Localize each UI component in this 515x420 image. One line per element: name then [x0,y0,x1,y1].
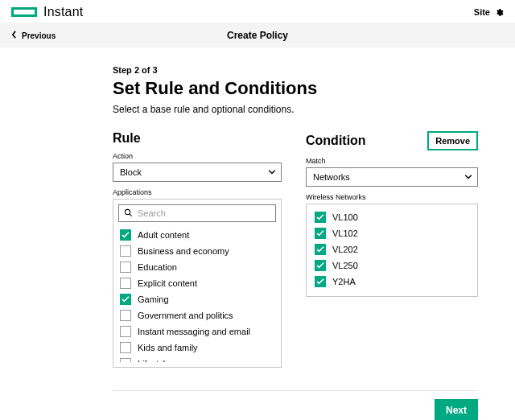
checkbox[interactable] [120,342,131,353]
application-item[interactable]: Government and politics [118,307,278,323]
application-item[interactable]: Lifestyle [118,356,278,362]
networks-checklist: VL100VL102VL202VL250Y2HA [313,209,471,290]
rule-column: Rule Action Block Applications Adult con… [113,131,282,368]
page-title: Create Policy [227,30,288,41]
applications-listbox: Adult contentBusiness and economyEducati… [113,199,282,368]
applications-search[interactable] [118,204,276,222]
brand-left: Instant [11,5,86,19]
chevron-left-icon [11,31,17,40]
networks-label: Wireless Networks [306,193,478,201]
condition-header: Condition Remove [306,131,478,150]
content: Step 2 of 3 Set Rule and Conditions Sele… [0,47,515,376]
applications-label: Applications [113,188,282,196]
application-label: Instant messaging and email [138,327,250,336]
action-value: Block [120,167,142,177]
match-select[interactable]: Networks [306,167,478,187]
checkbox[interactable] [120,358,131,362]
chevron-down-icon [464,175,472,179]
checkbox[interactable] [120,229,131,241]
search-icon [124,208,133,219]
next-button[interactable]: Next [435,399,478,420]
step-heading: Set Rule and Conditions [113,78,478,99]
checkbox[interactable] [315,276,326,287]
checkbox[interactable] [315,212,326,223]
svg-point-1 [125,209,130,214]
product-name: Instant [43,5,86,19]
brand-bar: Instant Site [0,0,515,23]
network-item[interactable]: VL102 [313,225,471,241]
checkbox[interactable] [120,310,131,321]
remove-button[interactable]: Remove [427,131,478,150]
application-label: Explicit content [138,278,197,288]
network-label: VL250 [332,261,358,270]
checkbox[interactable] [120,294,131,305]
application-item[interactable]: Education [118,259,278,275]
application-item[interactable]: Explicit content [118,275,278,291]
match-value: Networks [313,172,350,182]
action-select[interactable]: Block [113,163,282,182]
application-label: Kids and family [138,343,198,352]
networks-listbox: VL100VL102VL202VL250Y2HA [306,204,478,297]
back-label: Previous [22,31,56,40]
brand-right: Site [474,7,504,17]
network-label: VL202 [332,245,358,254]
checkbox[interactable] [120,326,131,337]
application-item[interactable]: Instant messaging and email [118,323,278,340]
applications-checklist: Adult contentBusiness and economyEducati… [118,227,279,362]
step-indicator: Step 2 of 3 [113,65,478,75]
svg-line-2 [130,213,132,216]
columns: Rule Action Block Applications Adult con… [113,131,478,368]
network-label: VL102 [332,229,358,238]
checkbox[interactable] [120,278,131,289]
network-label: Y2HA [332,277,356,286]
footer: Next [113,390,478,420]
application-item[interactable]: Business and economy [118,243,278,259]
application-label: Gaming [138,294,169,304]
network-item[interactable]: Y2HA [313,274,471,290]
site-label[interactable]: Site [474,7,490,17]
search-input[interactable] [138,208,270,218]
application-label: Lifestyle [138,359,170,362]
application-item[interactable]: Gaming [118,291,278,307]
action-label: Action [113,152,282,160]
rule-header: Rule [113,131,282,146]
network-item[interactable]: VL202 [313,241,471,257]
application-item[interactable]: Kids and family [118,340,278,356]
step-sub: Select a base rule and optional conditio… [113,104,478,115]
product-word: Instant [43,5,83,19]
application-item[interactable]: Adult content [118,227,278,243]
back-button[interactable]: Previous [11,31,56,40]
page-header: Previous Create Policy [0,23,515,47]
gear-icon[interactable] [495,8,504,17]
application-label: Business and economy [138,246,229,256]
application-label: Government and politics [138,311,233,320]
checkbox[interactable] [120,245,131,257]
checkbox[interactable] [315,244,326,255]
application-label: Adult content [138,230,189,240]
chevron-down-icon [268,170,276,175]
condition-column: Condition Remove Match Networks Wireless… [306,131,478,368]
checkbox[interactable] [315,260,326,271]
checkbox[interactable] [315,228,326,239]
checkbox[interactable] [120,261,131,273]
hpe-logo [11,7,37,17]
network-item[interactable]: VL250 [313,257,471,274]
application-label: Education [138,262,177,272]
network-label: VL100 [332,212,358,222]
network-item[interactable]: VL100 [313,209,471,225]
match-label: Match [306,157,478,165]
condition-title: Condition [306,134,366,148]
rule-title: Rule [113,131,141,146]
